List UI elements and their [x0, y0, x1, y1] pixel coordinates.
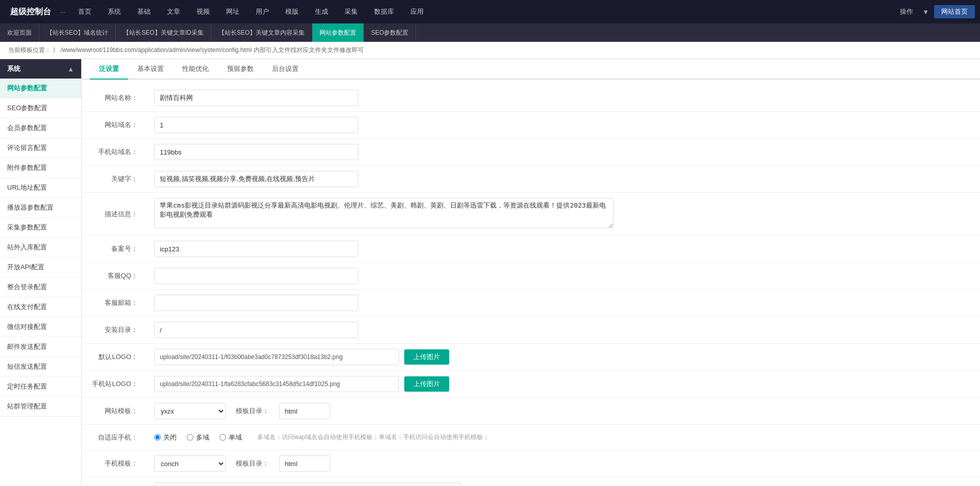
sidebar-item-采集参数配置[interactable]: 采集参数配置	[0, 218, 81, 238]
operate-arrow-icon: ▼	[922, 8, 929, 16]
form-label-8: 安装目录：	[82, 319, 148, 341]
form-input-0[interactable]	[154, 90, 358, 106]
sidebar-item-短信发送配置[interactable]: 短信发送配置	[0, 357, 81, 377]
mobile-template-dir-input[interactable]	[279, 455, 330, 472]
nav-item-视频[interactable]: 视频	[188, 8, 218, 15]
adapt-label: 自适应手机：	[82, 427, 148, 448]
form-row-6: 客服QQ：	[82, 263, 980, 290]
sidebar-item-开放API配置[interactable]: 开放API配置	[0, 258, 81, 277]
breadcrumb: 当前模板位置： 》 /www/wwwroot/119bbs.com/applic…	[0, 42, 980, 59]
mobile-logo-path-input[interactable]	[154, 376, 399, 392]
template-dir-input[interactable]	[279, 403, 330, 419]
operate-button[interactable]: 操作	[896, 7, 917, 16]
sidebar-item-URL地址配置[interactable]: URL地址配置	[0, 178, 81, 198]
mobile-template-dir-row: conch 模板目录：	[154, 455, 974, 472]
form-value-2	[148, 139, 980, 165]
sidebar-header: 系统 ▲	[0, 59, 81, 79]
tab-item[interactable]: 【站长SEO】关键文章ID采集	[116, 23, 211, 42]
tab-item[interactable]: 【站长SEO】域名统计	[39, 23, 116, 42]
form-input-2[interactable]	[154, 144, 358, 160]
logo-value: 上传图片	[148, 344, 980, 370]
mobile-logo-upload-button[interactable]: 上传图片	[404, 376, 449, 392]
form-input-8[interactable]	[154, 322, 358, 338]
sub-tab-基本设置[interactable]: 基本设置	[128, 59, 173, 80]
form-value-8	[148, 317, 980, 343]
sub-tab-性能优化[interactable]: 性能优化	[173, 59, 218, 80]
form-input-3[interactable]	[154, 171, 358, 187]
nav-item-首页[interactable]: 首页	[70, 8, 100, 15]
tab-item[interactable]: 【站长SEO】关键文章内容采集	[211, 23, 312, 42]
tab-item[interactable]: SEO参数配置	[364, 23, 416, 42]
form-input-6[interactable]	[154, 268, 358, 284]
sidebar-items-list: 网站参数配置SEO参数配置会员参数配置评论留言配置附件参数配置URL地址配置播放…	[0, 79, 81, 417]
nav-right: 操作 ▼ 网站首页	[896, 5, 975, 18]
sidebar-item-会员参数配置[interactable]: 会员参数配置	[0, 118, 81, 138]
sidebar-item-站外入库配置[interactable]: 站外入库配置	[0, 238, 81, 258]
form-value-5	[148, 236, 980, 262]
template-select[interactable]: yxzx	[154, 403, 226, 419]
logo-path-input[interactable]	[154, 349, 399, 365]
sidebar-item-网站参数配置[interactable]: 网站参数配置	[0, 79, 81, 98]
form-input-5[interactable]	[154, 241, 358, 257]
sidebar-item-整合登录配置[interactable]: 整合登录配置	[0, 277, 81, 297]
form-label-7: 客服邮箱：	[82, 292, 148, 314]
sub-tab-预留参数[interactable]: 预留参数	[218, 59, 263, 80]
tab-item[interactable]: 网站参数配置	[312, 23, 364, 42]
adapt-radio-multi[interactable]: 多域	[187, 433, 209, 442]
nav-item-生成[interactable]: 生成	[307, 8, 336, 15]
form-textarea-4[interactable]	[154, 198, 614, 228]
form-value-0	[148, 85, 980, 111]
adapt-single-label: 单域	[229, 433, 242, 442]
adapt-close-label: 关闭	[163, 433, 177, 442]
adapt-radio-single[interactable]: 单域	[219, 433, 242, 442]
sidebar-item-SEO参数配置[interactable]: SEO参数配置	[0, 98, 81, 118]
breadcrumb-prefix: 当前模板位置：	[8, 46, 51, 54]
main-content: 泛设置基本设置性能优化预留参数后台设置 网站名称：网站域名：手机站域名：关键字：…	[82, 59, 980, 486]
form-row-5: 备案号：	[82, 236, 980, 263]
adapt-radio-close[interactable]: 关闭	[154, 433, 177, 442]
form-input-7[interactable]	[154, 295, 358, 311]
nav-item-应用[interactable]: 应用	[402, 8, 432, 15]
more-options-icon[interactable]: ···	[56, 8, 70, 16]
stats-row: 统计代码：	[82, 477, 980, 486]
mobile-template-label: 手机模板：	[82, 453, 148, 474]
sidebar-item-站群管理配置[interactable]: 站群管理配置	[0, 397, 81, 417]
sidebar-item-定时任务配置[interactable]: 定时任务配置	[0, 377, 81, 397]
sidebar-item-附件参数配置[interactable]: 附件参数配置	[0, 158, 81, 178]
nav-item-模版[interactable]: 模版	[277, 8, 307, 15]
sidebar-item-在线支付配置[interactable]: 在线支付配置	[0, 297, 81, 317]
tab-item[interactable]: 欢迎页面	[0, 23, 39, 42]
sidebar-item-评论留言配置[interactable]: 评论留言配置	[0, 138, 81, 158]
nav-item-采集[interactable]: 采集	[336, 8, 366, 15]
form-input-1[interactable]	[154, 117, 358, 133]
nav-item-基础[interactable]: 基础	[129, 8, 159, 15]
form-label-4: 描述信息：	[82, 203, 148, 225]
nav-item-数据库[interactable]: 数据库	[366, 8, 402, 15]
adapt-radio-single-input[interactable]	[219, 434, 226, 441]
stats-input[interactable]	[154, 482, 460, 486]
nav-item-网址[interactable]: 网址	[218, 8, 248, 15]
sub-tab-后台设置[interactable]: 后台设置	[263, 59, 308, 80]
breadcrumb-path: /www/wwwroot/119bbs.com/application/admi…	[61, 46, 252, 54]
nav-item-文章[interactable]: 文章	[159, 8, 188, 15]
logo-row: 默认LOGO： 上传图片	[82, 344, 980, 371]
sub-tab-泛设置[interactable]: 泛设置	[90, 59, 128, 80]
logo-upload-button[interactable]: 上传图片	[404, 349, 449, 365]
form-container: 网站名称：网站域名：手机站域名：关键字：描述信息：备案号：客服QQ：客服邮箱：安…	[82, 80, 980, 486]
tab-bar: 欢迎页面【站长SEO】域名统计【站长SEO】关键文章ID采集【站长SEO】关键文…	[0, 23, 980, 42]
nav-item-用户[interactable]: 用户	[248, 8, 277, 15]
adapt-value: 关闭 多域 单域 多域名：访问wap域名会自动使用手机模板；单域名：手机访问会自…	[148, 428, 980, 447]
sidebar: 系统 ▲ 网站参数配置SEO参数配置会员参数配置评论留言配置附件参数配置URL地…	[0, 59, 82, 486]
sidebar-item-邮件发送配置[interactable]: 邮件发送配置	[0, 337, 81, 357]
adapt-radio-close-input[interactable]	[154, 434, 161, 441]
adapt-radio-multi-input[interactable]	[187, 434, 193, 441]
adapt-radio-group: 关闭 多域 单域 多域名：访问wap域名会自动使用手机模板；单域名：手机访问会自…	[154, 433, 974, 442]
mobile-template-select[interactable]: conch	[154, 455, 226, 472]
template-label: 网站模板：	[82, 400, 148, 422]
sidebar-item-微信对接配置[interactable]: 微信对接配置	[0, 317, 81, 337]
home-button[interactable]: 网站首页	[934, 5, 975, 18]
nav-item-系统[interactable]: 系统	[100, 8, 129, 15]
form-row-0: 网站名称：	[82, 85, 980, 112]
form-row-7: 客服邮箱：	[82, 290, 980, 317]
sidebar-item-播放器参数配置[interactable]: 播放器参数配置	[0, 198, 81, 218]
